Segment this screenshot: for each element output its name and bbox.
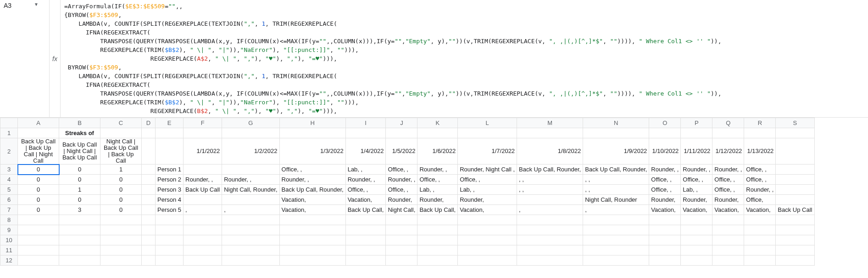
cell-G8[interactable] bbox=[222, 215, 279, 225]
cell-C2[interactable]: Night Call | Back Up Call | Back Up Call bbox=[100, 138, 142, 165]
cell-N3[interactable]: Back Up Call, Rounder, bbox=[583, 165, 649, 175]
cell-L10[interactable] bbox=[458, 235, 517, 245]
cell-D3[interactable] bbox=[142, 165, 156, 175]
column-header-A[interactable]: A bbox=[18, 118, 59, 128]
cell-B9[interactable] bbox=[59, 225, 100, 235]
cell-A6[interactable]: 0 bbox=[18, 195, 59, 205]
cell-M10[interactable] bbox=[517, 235, 583, 245]
column-header-E[interactable]: E bbox=[156, 118, 184, 128]
cell-C3[interactable]: 1 bbox=[100, 165, 142, 175]
cell-S2[interactable] bbox=[776, 138, 814, 165]
cell-R10[interactable] bbox=[744, 235, 776, 245]
cell-E2[interactable] bbox=[156, 138, 184, 165]
cell-J3[interactable]: Office, , bbox=[386, 165, 417, 175]
cell-E6[interactable]: Person 4 bbox=[156, 195, 184, 205]
cell-O12[interactable] bbox=[649, 255, 681, 266]
cell-N9[interactable] bbox=[583, 225, 649, 235]
cell-O8[interactable] bbox=[649, 215, 681, 225]
grid-area[interactable]: ABCDEFGHIJKLMNOPQRS 1Streaks of2Back Up … bbox=[0, 118, 868, 278]
row-header-4[interactable]: 4 bbox=[0, 175, 18, 185]
cell-F5[interactable]: Back Up Call bbox=[184, 185, 222, 195]
cell-P6[interactable]: Rounder, bbox=[681, 195, 712, 205]
column-header-S[interactable]: S bbox=[776, 118, 814, 128]
cell-F7[interactable]: , bbox=[184, 205, 222, 215]
cell-J5[interactable]: Office, , bbox=[386, 185, 417, 195]
cell-B4[interactable]: 0 bbox=[59, 175, 100, 185]
column-header-G[interactable]: G bbox=[222, 118, 279, 128]
cell-D12[interactable] bbox=[142, 255, 156, 266]
cell-D8[interactable] bbox=[142, 215, 156, 225]
cell-H7[interactable]: Vacation, bbox=[279, 205, 345, 215]
cell-G9[interactable] bbox=[222, 225, 279, 235]
cell-C9[interactable] bbox=[100, 225, 142, 235]
cell-K1[interactable] bbox=[417, 128, 458, 138]
cell-O7[interactable]: Vacation, bbox=[649, 205, 681, 215]
cell-F1[interactable] bbox=[184, 128, 222, 138]
cell-A3[interactable]: 0 bbox=[18, 165, 59, 175]
cell-S10[interactable] bbox=[776, 235, 814, 245]
cell-K9[interactable] bbox=[417, 225, 458, 235]
row-header-12[interactable]: 12 bbox=[0, 255, 18, 266]
cell-B8[interactable] bbox=[59, 215, 100, 225]
cell-L8[interactable] bbox=[458, 215, 517, 225]
cell-C6[interactable]: 0 bbox=[100, 195, 142, 205]
cell-S3[interactable] bbox=[776, 165, 814, 175]
cell-A4[interactable]: 0 bbox=[18, 175, 59, 185]
cell-C11[interactable] bbox=[100, 245, 142, 255]
cell-Q9[interactable] bbox=[712, 225, 744, 235]
row-header-3[interactable]: 3 bbox=[0, 165, 18, 175]
cell-L12[interactable] bbox=[458, 255, 517, 266]
cell-J1[interactable] bbox=[386, 128, 417, 138]
cell-J4[interactable]: Rounder, , bbox=[386, 175, 417, 185]
cell-G12[interactable] bbox=[222, 255, 279, 266]
row-header-11[interactable]: 11 bbox=[0, 245, 18, 255]
cell-I6[interactable]: Vacation, bbox=[345, 195, 386, 205]
cell-S4[interactable] bbox=[776, 175, 814, 185]
cell-B1[interactable]: Streaks of bbox=[59, 128, 100, 138]
cell-E5[interactable]: Person 3 bbox=[156, 185, 184, 195]
cell-O11[interactable] bbox=[649, 245, 681, 255]
cell-D9[interactable] bbox=[142, 225, 156, 235]
cell-B3[interactable]: 0 bbox=[59, 165, 100, 175]
cell-Q1[interactable] bbox=[712, 128, 744, 138]
cell-I8[interactable] bbox=[345, 215, 386, 225]
cell-B2[interactable]: Back Up Call | Night Call | Back Up Call bbox=[59, 138, 100, 165]
column-header-L[interactable]: L bbox=[458, 118, 517, 128]
cell-M8[interactable] bbox=[517, 215, 583, 225]
cell-B6[interactable]: 0 bbox=[59, 195, 100, 205]
cell-F8[interactable] bbox=[184, 215, 222, 225]
row-header-9[interactable]: 9 bbox=[0, 225, 18, 235]
cell-H6[interactable]: Vacation, bbox=[279, 195, 345, 205]
cell-I7[interactable]: Back Up Call, bbox=[345, 205, 386, 215]
cell-K12[interactable] bbox=[417, 255, 458, 266]
cell-R5[interactable]: Rounder, , bbox=[744, 185, 776, 195]
cell-C1[interactable] bbox=[100, 128, 142, 138]
cell-L5[interactable]: Lab, , bbox=[458, 185, 517, 195]
cell-M9[interactable] bbox=[517, 225, 583, 235]
cell-G10[interactable] bbox=[222, 235, 279, 245]
cell-R12[interactable] bbox=[744, 255, 776, 266]
cell-H10[interactable] bbox=[279, 235, 345, 245]
cell-H3[interactable]: Office, , bbox=[279, 165, 345, 175]
cell-S11[interactable] bbox=[776, 245, 814, 255]
cell-S5[interactable] bbox=[776, 185, 814, 195]
cell-R1[interactable] bbox=[744, 128, 776, 138]
cell-L6[interactable]: Rounder, bbox=[458, 195, 517, 205]
cell-A5[interactable]: 0 bbox=[18, 185, 59, 195]
cell-R6[interactable]: Office, bbox=[744, 195, 776, 205]
cell-L1[interactable] bbox=[458, 128, 517, 138]
formula-input[interactable]: =ArrayFormula(IF($E$3:$E$509="",,{BYROW(… bbox=[61, 0, 868, 117]
cell-B12[interactable] bbox=[59, 255, 100, 266]
cell-L9[interactable] bbox=[458, 225, 517, 235]
column-header-M[interactable]: M bbox=[517, 118, 583, 128]
cell-H4[interactable]: Rounder, , bbox=[279, 175, 345, 185]
cell-K4[interactable]: Office, , bbox=[417, 175, 458, 185]
cell-F9[interactable] bbox=[184, 225, 222, 235]
cell-O9[interactable] bbox=[649, 225, 681, 235]
cell-P1[interactable] bbox=[681, 128, 712, 138]
cell-M2[interactable]: 1/8/2022 bbox=[517, 138, 583, 165]
select-all-corner[interactable] bbox=[0, 118, 18, 128]
cell-M7[interactable]: , bbox=[517, 205, 583, 215]
cell-P2[interactable]: 1/11/2022 bbox=[681, 138, 712, 165]
cell-O6[interactable]: Rounder, bbox=[649, 195, 681, 205]
